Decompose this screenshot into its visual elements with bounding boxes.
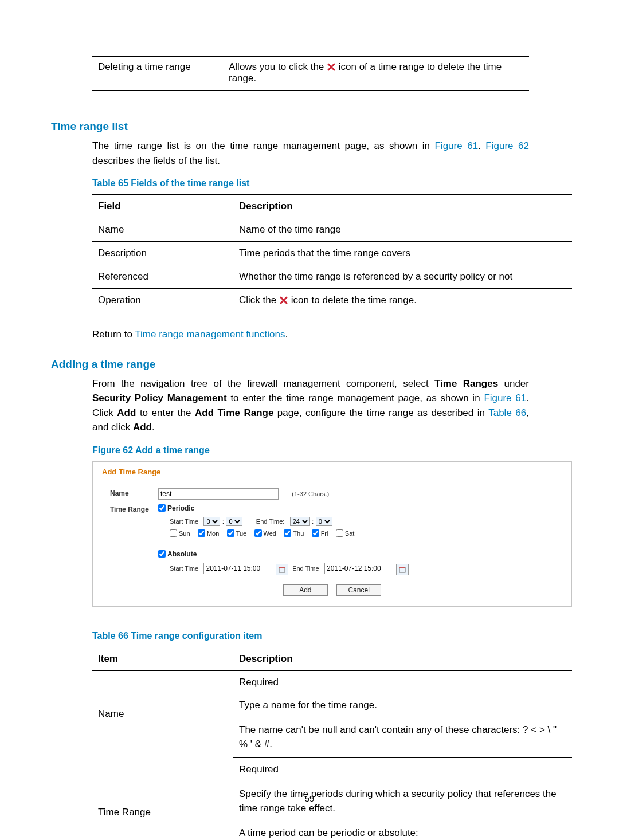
para-timerange: The time range list is on the time range… (92, 139, 529, 168)
add-button[interactable]: Add (283, 584, 328, 596)
svg-rect-1 (279, 567, 285, 568)
absolute-checkbox[interactable] (158, 550, 166, 558)
caption-figure62: Figure 62 Add a time range (92, 445, 529, 456)
periodic-checkbox[interactable] (158, 504, 166, 512)
caption-table65: Table 65 Fields of the time range list (92, 178, 529, 189)
name-label: Name (110, 488, 158, 497)
name-hint: (1-32 Chars.) (292, 490, 329, 497)
name-input[interactable] (158, 488, 279, 500)
caption-table66: Table 66 Time range configuration item (92, 631, 529, 641)
day-wed-checkbox[interactable] (254, 529, 262, 537)
day-mon-checkbox[interactable] (198, 529, 205, 537)
end-hour-select[interactable]: 24 (290, 517, 310, 526)
table-65: Field Description NameName of the time r… (92, 194, 572, 312)
heading-adding: Adding a time range (51, 358, 529, 371)
day-fri-checkbox[interactable] (312, 529, 319, 537)
timerange-label: Time Range (110, 504, 158, 513)
day-sun-checkbox[interactable] (170, 529, 177, 537)
page-number: 59 (0, 794, 619, 803)
start-min-select[interactable]: 0 (226, 517, 242, 526)
table-66: Item Description NameRequired Type a nam… (92, 647, 572, 841)
calendar-icon[interactable] (276, 564, 288, 575)
heading-time-range-list: Time range list (51, 120, 529, 133)
link-return[interactable]: Time range management functions (135, 329, 285, 340)
top-right: Allows you to click the icon of a time r… (229, 61, 523, 84)
day-thu-checkbox[interactable] (284, 529, 291, 537)
svg-rect-3 (399, 567, 405, 568)
end-min-select[interactable]: 0 (316, 517, 332, 526)
start-hour-select[interactable]: 0 (203, 517, 220, 526)
delete-icon (327, 62, 336, 72)
cancel-button[interactable]: Cancel (336, 584, 381, 596)
calendar-icon[interactable] (396, 564, 409, 575)
delete-icon (279, 296, 288, 305)
day-tue-checkbox[interactable] (227, 529, 234, 537)
fig-title: Add Time Range (93, 462, 571, 480)
figure-add-time-range: Add Time Range Name (1-32 Chars.) Time R… (92, 461, 572, 607)
link-figure61[interactable]: Figure 61 (434, 140, 478, 151)
top-left: Deleting a time range (98, 61, 229, 84)
link-figure61-b[interactable]: Figure 61 (484, 392, 526, 403)
day-sat-checkbox[interactable] (336, 529, 343, 537)
abs-start-input[interactable] (203, 563, 272, 574)
abs-end-input[interactable] (324, 563, 393, 574)
link-figure62[interactable]: Figure 62 (485, 140, 529, 151)
link-table66[interactable]: Table 66 (488, 407, 526, 418)
